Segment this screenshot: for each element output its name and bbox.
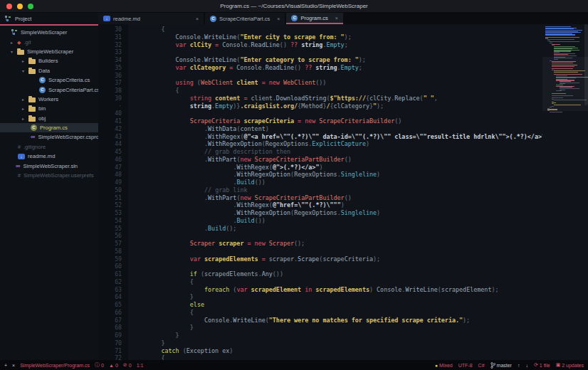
scrollbar-thumb[interactable]: [584, 24, 588, 105]
line-number[interactable]: 45: [98, 148, 122, 156]
line-number[interactable]: 54: [98, 217, 122, 225]
code-line[interactable]: .WithRegexOption(RegexOptions.Singleline…: [128, 171, 588, 179]
line-number[interactable]: 52: [98, 201, 122, 209]
line-number-gutter[interactable]: 30313233343536373839·4041424344454647484…: [98, 24, 128, 360]
chevron-icon[interactable]: ▸: [9, 40, 14, 45]
code-line[interactable]: var clCity = Console.ReadLine() ?? strin…: [128, 41, 588, 49]
pull-arrow-icon[interactable]: ↓: [525, 363, 528, 368]
line-number[interactable]: ·: [98, 102, 122, 110]
code-line[interactable]: .Build();: [128, 225, 588, 233]
sync-status[interactable]: ⟳ 1 file: [534, 362, 550, 368]
tree-item-readme-md[interactable]: ↓readme.md: [0, 152, 98, 161]
code-line[interactable]: ScrapeCriteria scrapeCriteria = new Scra…: [128, 117, 588, 125]
line-number[interactable]: 31: [98, 33, 122, 41]
code-line[interactable]: .Build()): [128, 179, 588, 186]
tab-scrapecriteriapart-cs[interactable]: CScrapeCriteriaPart.cs×: [205, 13, 285, 24]
line-number[interactable]: 56: [98, 232, 122, 240]
code-line[interactable]: .WithRegex(@">(.*?)</a>"): [128, 164, 588, 171]
line-number[interactable]: 53: [98, 209, 122, 217]
line-number[interactable]: 49: [98, 179, 122, 186]
close-window-button[interactable]: [6, 4, 12, 9]
line-number[interactable]: 43: [98, 133, 122, 141]
tree-item-simplewebscraper[interactable]: ▾SimpleWebScraper: [0, 47, 98, 56]
code-line[interactable]: var scrapedElements = scraper.Scrape(scr…: [128, 255, 588, 263]
encoding-indicator[interactable]: UTF-8: [458, 363, 473, 368]
line-number[interactable]: 61: [98, 270, 122, 278]
tab-close-icon[interactable]: ×: [191, 16, 199, 21]
code-line[interactable]: {: [128, 354, 588, 360]
chevron-icon[interactable]: ▸: [21, 97, 26, 102]
caret-position[interactable]: 1:1: [137, 363, 144, 368]
tree-item--gitignore[interactable]: #.gitignore: [0, 142, 98, 152]
code-line[interactable]: [128, 232, 588, 240]
tree-item-workers[interactable]: ▸Workers: [0, 95, 98, 104]
line-number[interactable]: 48: [98, 171, 122, 179]
code-line[interactable]: }: [128, 293, 588, 301]
tree-item-scrapecriteria-cs[interactable]: CScrapeCriteria.cs: [0, 75, 98, 85]
line-number[interactable]: 55: [98, 225, 122, 233]
code-line[interactable]: .WithPart(new ScrapeCriteriaPartBuilder(…: [128, 194, 588, 202]
line-number[interactable]: 65: [98, 301, 122, 309]
code-line[interactable]: {: [128, 26, 588, 33]
tree-item-obj[interactable]: ▸obj: [0, 114, 98, 123]
tree-item-bin[interactable]: ▸bin: [0, 104, 98, 113]
line-number[interactable]: 38: [98, 87, 122, 95]
code-line[interactable]: foreach (var scrapedElement in scrapedEl…: [128, 286, 588, 294]
chevron-icon[interactable]: ▾: [9, 49, 14, 54]
line-number[interactable]: 42: [98, 125, 122, 133]
code-line[interactable]: .WithPart(new ScrapeCriteriaPartBuilder(…: [128, 156, 588, 164]
code-line[interactable]: [128, 263, 588, 270]
code-line[interactable]: Console.WriteLine("Enter city to scrape …: [128, 33, 588, 41]
code-line[interactable]: else: [128, 301, 588, 309]
code-line[interactable]: .WithRegex(@"<a href=\""(.*?)\"" data-id…: [128, 133, 588, 141]
line-number[interactable]: 60: [98, 263, 122, 270]
line-number[interactable]: 34: [98, 56, 122, 64]
line-number[interactable]: 71: [98, 347, 122, 355]
code-line[interactable]: .WithRegexOption(RegexOptions.ExplicitCa…: [128, 140, 588, 148]
line-number[interactable]: 47: [98, 164, 122, 171]
code-line[interactable]: Scraper scraper = new Scraper();: [128, 240, 588, 248]
line-number[interactable]: 59: [98, 255, 122, 263]
line-number[interactable]: 32: [98, 41, 122, 49]
line-number[interactable]: 69: [98, 332, 122, 339]
chevron-icon[interactable]: ▾: [21, 68, 26, 73]
sidebar-header[interactable]: Project: [0, 13, 98, 26]
code-line[interactable]: Console.WriteLine("There were no matches…: [128, 317, 588, 324]
code-line[interactable]: Console.WriteLine("Enter category to scr…: [128, 56, 588, 64]
line-number[interactable]: 36: [98, 72, 122, 80]
maximize-window-button[interactable]: [28, 4, 33, 9]
tree-item--git[interactable]: ▸◆.git: [0, 37, 98, 46]
chevron-icon[interactable]: ▸: [21, 58, 26, 63]
code-line[interactable]: .WithRegex(@"href=\""(.*?)\"""): [128, 201, 588, 209]
code-line[interactable]: .WithRegexOption(RegexOptions.Singleline…: [128, 209, 588, 217]
line-ending-indicator[interactable]: ● Mixed: [435, 363, 453, 368]
line-number[interactable]: 62: [98, 278, 122, 286]
line-number[interactable]: 72: [98, 354, 122, 360]
tree-item-program-cs[interactable]: CProgram.cs: [0, 123, 98, 132]
code-line[interactable]: [128, 48, 588, 56]
tab-readme-md[interactable]: ↓readme.md×: [98, 13, 204, 24]
active-file-path[interactable]: SimpleWebScraper/Program.cs: [20, 363, 90, 368]
chevron-icon[interactable]: ▸: [21, 116, 26, 121]
add-icon[interactable]: +: [4, 363, 7, 368]
code-line[interactable]: {: [128, 87, 588, 95]
git-branch[interactable]: master: [490, 362, 512, 369]
line-number[interactable]: 30: [98, 26, 122, 33]
error-counter[interactable]: ⊘ 0: [123, 362, 132, 368]
tree-item-data[interactable]: ▾Data: [0, 66, 98, 75]
tree-item-simplewebscraper-userprefs[interactable]: #SimpleWebScraper.userprefs: [0, 171, 98, 180]
line-number[interactable]: 41: [98, 117, 122, 125]
code-line[interactable]: [128, 72, 588, 80]
minimap[interactable]: [542, 24, 588, 360]
line-number[interactable]: 33: [98, 48, 122, 56]
code-line[interactable]: [128, 248, 588, 255]
tab-close-icon[interactable]: ×: [273, 16, 280, 21]
line-number[interactable]: 70: [98, 339, 122, 347]
line-number[interactable]: 51: [98, 194, 122, 202]
code-line[interactable]: {: [128, 309, 588, 317]
line-number[interactable]: 37: [98, 79, 122, 87]
tab-program-cs[interactable]: CProgram.cs×: [286, 13, 342, 24]
code-line[interactable]: string.Empty)}.craigslist.org/{Method}/{…: [128, 102, 588, 110]
updates-status[interactable]: ▣ 2 updates: [556, 362, 584, 368]
warning-counter[interactable]: ▲ 0: [109, 363, 118, 368]
